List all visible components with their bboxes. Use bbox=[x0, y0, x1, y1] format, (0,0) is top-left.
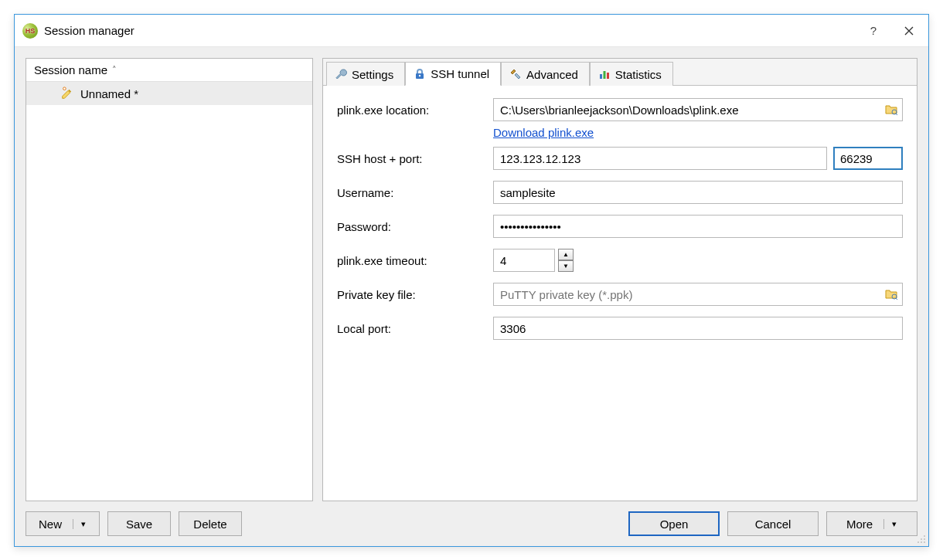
tab-statistics[interactable]: Statistics bbox=[590, 62, 673, 86]
username-label: Username: bbox=[337, 186, 485, 199]
username-input[interactable] bbox=[493, 181, 903, 204]
tab-ssh-tunnel[interactable]: SSH tunnel bbox=[405, 62, 501, 86]
spin-down-button[interactable]: ▼ bbox=[558, 260, 574, 272]
svg-point-12 bbox=[921, 541, 922, 543]
save-button[interactable]: Save bbox=[107, 511, 171, 536]
tab-advanced-label: Advanced bbox=[526, 68, 578, 81]
svg-point-11 bbox=[917, 541, 919, 543]
button-row: New ▾ Save Delete Open Cancel More ▾ bbox=[15, 501, 928, 546]
new-button[interactable]: New ▾ bbox=[26, 511, 100, 536]
wrench-icon bbox=[335, 68, 347, 80]
plink-timeout-label: plink.exe timeout: bbox=[337, 254, 485, 267]
svg-point-2 bbox=[419, 74, 420, 76]
tab-advanced[interactable]: Advanced bbox=[501, 62, 590, 86]
new-button-label: New bbox=[39, 518, 62, 531]
password-label: Password: bbox=[337, 220, 485, 233]
plink-location-label: plink.exe location: bbox=[337, 104, 485, 117]
download-plink-link[interactable]: Download plink.exe bbox=[493, 126, 903, 139]
tab-ssh-tunnel-label: SSH tunnel bbox=[431, 67, 489, 80]
ssh-host-input[interactable] bbox=[493, 147, 827, 170]
spin-up-button[interactable]: ▲ bbox=[558, 249, 574, 260]
session-item[interactable]: Unnamed * bbox=[26, 82, 312, 105]
session-manager-dialog: HS Session manager ? Session name ˄ bbox=[14, 14, 929, 547]
tab-settings[interactable]: Settings bbox=[326, 62, 405, 86]
tab-strip: Settings SSH tunnel bbox=[323, 59, 917, 85]
app-icon: HS bbox=[22, 23, 38, 39]
lock-icon bbox=[414, 68, 426, 80]
plink-timeout-input[interactable] bbox=[493, 249, 555, 272]
browse-icon[interactable] bbox=[883, 286, 900, 303]
password-input[interactable] bbox=[493, 215, 903, 238]
svg-point-8 bbox=[924, 535, 925, 537]
titlebar: HS Session manager ? bbox=[15, 15, 928, 47]
client-area: Session name ˄ Unnamed * bbox=[15, 47, 928, 546]
private-key-input[interactable] bbox=[493, 283, 903, 306]
ssh-tunnel-form: plink.exe location: Download plink.exe bbox=[323, 85, 917, 501]
svg-rect-3 bbox=[600, 74, 602, 79]
browse-icon[interactable] bbox=[883, 101, 900, 118]
close-button[interactable] bbox=[891, 15, 927, 46]
tab-settings-label: Settings bbox=[352, 68, 393, 81]
ssh-port-input[interactable] bbox=[833, 147, 903, 170]
svg-rect-4 bbox=[603, 71, 605, 79]
bar-chart-icon bbox=[598, 68, 611, 80]
more-button-label: More bbox=[846, 518, 873, 531]
dropdown-arrow-icon[interactable]: ▾ bbox=[883, 519, 897, 529]
window-title: Session manager bbox=[44, 24, 134, 37]
session-tree: Session name ˄ Unnamed * bbox=[26, 58, 313, 501]
local-port-label: Local port: bbox=[337, 322, 485, 335]
tools-icon bbox=[509, 68, 522, 80]
resize-grip[interactable] bbox=[915, 533, 926, 544]
tree-header[interactable]: Session name ˄ bbox=[26, 59, 312, 82]
session-item-label: Unnamed * bbox=[80, 87, 138, 100]
svg-point-10 bbox=[924, 538, 925, 540]
more-button[interactable]: More ▾ bbox=[826, 511, 917, 536]
right-panel: Settings SSH tunnel bbox=[322, 58, 917, 501]
dropdown-arrow-icon[interactable]: ▾ bbox=[73, 519, 87, 529]
ssh-host-port-label: SSH host + port: bbox=[337, 152, 485, 165]
private-key-label: Private key file: bbox=[337, 288, 485, 301]
tab-statistics-label: Statistics bbox=[615, 68, 662, 81]
cancel-button[interactable]: Cancel bbox=[727, 511, 819, 536]
open-button[interactable]: Open bbox=[628, 511, 720, 536]
local-port-input[interactable] bbox=[493, 317, 903, 340]
tree-header-label: Session name bbox=[34, 63, 107, 76]
help-button[interactable]: ? bbox=[856, 15, 891, 46]
sort-ascending-icon: ˄ bbox=[112, 65, 117, 75]
svg-point-0 bbox=[63, 87, 66, 90]
delete-button[interactable]: Delete bbox=[179, 511, 242, 536]
svg-point-13 bbox=[924, 541, 925, 543]
svg-point-9 bbox=[921, 538, 922, 540]
session-icon bbox=[60, 87, 74, 100]
plink-location-input[interactable] bbox=[493, 98, 903, 121]
svg-rect-5 bbox=[607, 73, 609, 79]
